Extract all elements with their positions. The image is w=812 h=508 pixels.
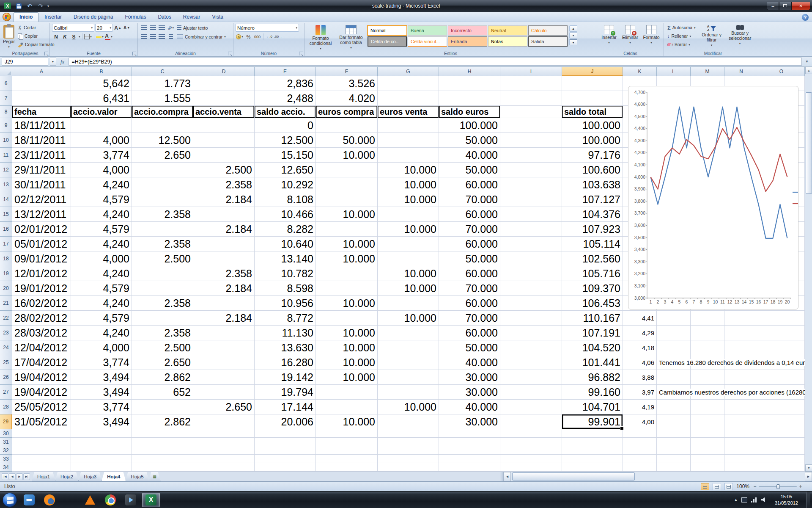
cell-L29[interactable] [657, 414, 691, 429]
cell-H13[interactable]: 60.000 [439, 177, 500, 192]
tab-revisar[interactable]: Revisar [177, 12, 206, 22]
cell-M29[interactable] [691, 414, 724, 429]
cell-H10[interactable]: 50.000 [439, 133, 500, 148]
cell-J15[interactable]: 104.376 [562, 207, 623, 222]
cell-I17[interactable] [500, 237, 562, 251]
tab-scroll-splitter[interactable] [500, 472, 503, 481]
cell-G26[interactable] [378, 370, 439, 385]
cell-G24[interactable] [378, 340, 439, 355]
cell-E20[interactable]: 8.598 [255, 281, 316, 296]
cell-C20[interactable] [132, 281, 193, 296]
row-header-29[interactable]: 29 [0, 414, 12, 429]
number-dialog-launcher[interactable] [299, 52, 303, 55]
cell-D29[interactable] [193, 414, 255, 429]
percent-format-button[interactable]: % [244, 33, 252, 41]
select-all-corner[interactable] [0, 67, 12, 76]
cell-A26[interactable]: 19/04/2012 [12, 370, 71, 385]
cell-F34[interactable] [316, 463, 378, 472]
cell-M22[interactable] [691, 311, 724, 326]
cell-L33[interactable] [657, 455, 691, 463]
cell-F11[interactable]: 10.000 [316, 148, 378, 163]
cell-O26[interactable] [758, 370, 805, 385]
row-header-14[interactable]: 14 [0, 192, 12, 207]
cell-G30[interactable] [378, 429, 439, 438]
tab-fórmulas[interactable]: Fórmulas [119, 12, 152, 22]
cell-O31[interactable] [758, 438, 805, 446]
cell-A17[interactable]: 05/01/2012 [12, 237, 71, 251]
align-middle-button[interactable] [149, 24, 157, 32]
cell-M23[interactable] [691, 326, 724, 340]
cell-M24[interactable] [691, 340, 724, 355]
row-header-32[interactable]: 32 [0, 446, 12, 455]
cell-B27[interactable]: 3,494 [71, 385, 132, 400]
cell-I23[interactable] [500, 326, 562, 340]
cell-I11[interactable] [500, 148, 562, 163]
cell-J9[interactable]: 100.000 [562, 118, 623, 133]
cell-J16[interactable]: 107.923 [562, 222, 623, 237]
cell-G18[interactable] [378, 251, 439, 266]
cell-J7[interactable] [562, 91, 623, 106]
cell-G17[interactable] [378, 237, 439, 251]
embedded-chart[interactable]: 3,0003,1003,2003,3003,4003,5003,6003,700… [628, 86, 798, 309]
cell-K23[interactable]: 4,29 [623, 326, 657, 340]
cell-G6[interactable] [378, 76, 439, 91]
horizontal-scrollbar[interactable]: ◀ ▶ [503, 472, 812, 481]
cell-F10[interactable]: 50.000 [316, 133, 378, 148]
volume-tray-icon[interactable] [761, 497, 767, 502]
cell-C6[interactable]: 1.773 [132, 76, 193, 91]
row-header-21[interactable]: 21 [0, 296, 12, 311]
close-button[interactable]: × [791, 2, 810, 10]
cell-B28[interactable]: 3,774 [71, 400, 132, 414]
cell-H9[interactable]: 100.000 [439, 118, 500, 133]
cell-H25[interactable]: 40.000 [439, 355, 500, 370]
alignment-dialog-launcher[interactable] [228, 52, 232, 55]
cell-L32[interactable] [657, 446, 691, 455]
cell-N23[interactable] [724, 326, 758, 340]
currency-format-button[interactable]: $▾ [236, 33, 244, 41]
format-cells-button[interactable]: Formato▾ [642, 24, 661, 50]
cell-D11[interactable] [193, 148, 255, 163]
taskbar-app-media[interactable] [122, 493, 140, 507]
cell-A15[interactable]: 13/12/2011 [12, 207, 71, 222]
cell-F33[interactable] [316, 455, 378, 463]
cell-D9[interactable] [193, 118, 255, 133]
cell-B20[interactable]: 4,579 [71, 281, 132, 296]
row-header-10[interactable]: 10 [0, 133, 12, 148]
cell-G13[interactable]: 10.000 [378, 177, 439, 192]
cell-I25[interactable] [500, 355, 562, 370]
cell-J28[interactable]: 104.701 [562, 400, 623, 414]
cell-F8[interactable]: euros compra [316, 106, 378, 118]
cell-I18[interactable] [500, 251, 562, 266]
zoom-in-button[interactable]: + [798, 483, 803, 489]
row-header-23[interactable]: 23 [0, 326, 12, 340]
cell-N30[interactable] [724, 429, 758, 438]
cell-A31[interactable] [12, 438, 71, 446]
taskbar-app-app-blue[interactable] [20, 493, 38, 507]
fill-button[interactable]: ↓Rellenar▾ [666, 32, 697, 40]
scroll-down-button[interactable]: ▼ [805, 464, 812, 472]
cell-H15[interactable]: 60.000 [439, 207, 500, 222]
cell-D24[interactable] [193, 340, 255, 355]
clipboard-dialog-launcher[interactable] [44, 52, 48, 55]
cell-O30[interactable] [758, 429, 805, 438]
sheet-tab-hoja5[interactable]: Hoja5 [126, 472, 149, 481]
sheet-tab-hoja3[interactable]: Hoja3 [78, 472, 102, 481]
cell-J26[interactable]: 96.882 [562, 370, 623, 385]
cell-F15[interactable]: 10.000 [316, 207, 378, 222]
cell-L28[interactable] [657, 400, 691, 414]
cell-H6[interactable] [439, 76, 500, 91]
align-center-button[interactable] [149, 33, 157, 41]
cell-I28[interactable] [500, 400, 562, 414]
cell-I19[interactable] [500, 266, 562, 281]
cell-A34[interactable] [12, 463, 71, 472]
cell-N28[interactable] [724, 400, 758, 414]
cell-G16[interactable]: 10.000 [378, 222, 439, 237]
cell-I34[interactable] [500, 463, 562, 472]
cell-style-calculation[interactable]: Cálculo [528, 25, 568, 36]
cell-E18[interactable]: 13.140 [255, 251, 316, 266]
column-header-M[interactable]: M [691, 67, 724, 76]
cell-G14[interactable]: 10.000 [378, 192, 439, 207]
column-header-L[interactable]: L [657, 67, 691, 76]
cell-I15[interactable] [500, 207, 562, 222]
cell-I32[interactable] [500, 446, 562, 455]
